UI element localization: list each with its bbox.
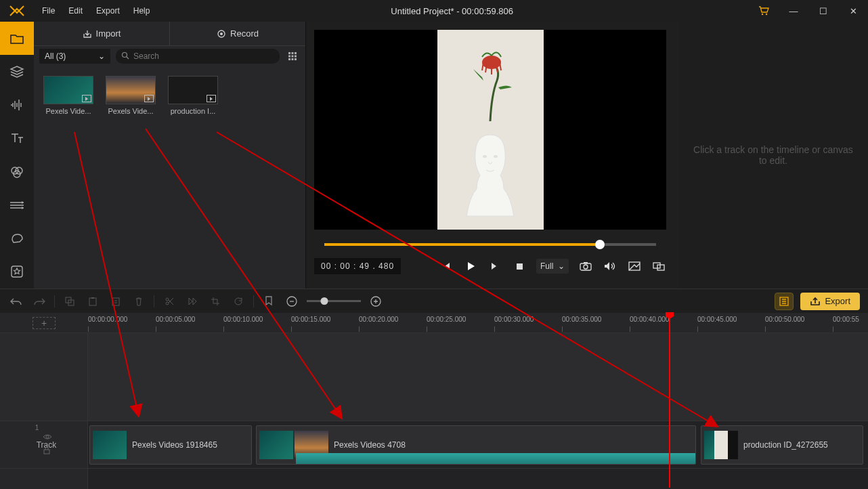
sidebar-layers-icon[interactable]	[0, 55, 34, 88]
fullscreen-icon[interactable]	[651, 259, 666, 274]
svg-rect-16	[292, 58, 294, 60]
sidebar-filters-icon[interactable]	[0, 155, 34, 188]
sidebar-transitions-icon[interactable]	[0, 188, 34, 221]
timeline-ruler[interactable]: 00:00:00.000 00:00:05.000 00:00:10.000 0…	[88, 313, 868, 333]
media-search[interactable]	[116, 49, 280, 64]
ruler-tick: 00:00:05.000	[156, 316, 195, 323]
marker-button[interactable]	[261, 293, 277, 310]
render-button[interactable]	[775, 293, 794, 310]
ruler-tick: 00:00:50.000	[765, 316, 804, 323]
minimize-button[interactable]: —	[779, 0, 808, 22]
aspect-icon[interactable]	[627, 259, 642, 274]
media-item-2[interactable]: Pexels Vide...	[106, 76, 156, 115]
clip-label: Pexels Videos 4708	[334, 440, 406, 450]
ruler-tick: 00:00:20.000	[359, 316, 398, 323]
svg-point-8	[123, 52, 127, 57]
svg-point-0	[762, 14, 763, 15]
svg-point-23	[584, 265, 588, 269]
sidebar-media-icon[interactable]	[0, 22, 34, 55]
export-icon	[810, 297, 821, 306]
prev-frame-button[interactable]	[439, 259, 454, 274]
record-tab[interactable]: Record	[170, 22, 305, 46]
preview-quality-select[interactable]: Full ⌄	[536, 259, 569, 274]
volume-icon[interactable]	[603, 259, 617, 274]
lock-icon[interactable]	[43, 446, 52, 456]
zoom-in-button[interactable]	[368, 293, 384, 310]
playhead[interactable]	[669, 313, 670, 488]
snapshot-icon[interactable]	[578, 259, 593, 274]
track-head[interactable]: 1 Track	[0, 421, 87, 469]
next-frame-button[interactable]	[487, 259, 502, 274]
chevron-down-icon: ⌄	[558, 261, 565, 271]
svg-point-34	[166, 302, 169, 305]
media-item-label: Pexels Vide...	[106, 107, 156, 115]
undo-button[interactable]	[8, 293, 24, 310]
media-search-input[interactable]	[133, 51, 274, 61]
media-filter-row: All (3) ⌄	[34, 46, 305, 66]
close-button[interactable]: ✕	[838, 0, 868, 22]
menu-help[interactable]: Help	[128, 3, 156, 18]
zoom-slider[interactable]	[307, 300, 361, 302]
import-tab[interactable]: Import	[34, 22, 170, 46]
video-badge-icon	[144, 95, 154, 102]
eye-icon[interactable]	[43, 433, 52, 442]
media-panel-tabs: Import Record	[34, 22, 305, 46]
ruler-tick: 00:00:10.000	[223, 316, 263, 323]
media-item-label: Pexels Vide...	[43, 107, 93, 115]
split-button[interactable]	[161, 293, 177, 310]
menu-file[interactable]: File	[37, 3, 60, 18]
media-filter-label: All (3)	[45, 51, 66, 61]
svg-rect-26	[653, 263, 660, 268]
ruler-tick: 00:00:35.000	[562, 316, 601, 323]
sidebar-elements-icon[interactable]	[0, 222, 34, 255]
preview-quality-label: Full	[540, 261, 553, 271]
rotate-button[interactable]	[230, 293, 246, 310]
media-item-3[interactable]: production I...	[168, 76, 218, 115]
stop-button[interactable]	[512, 259, 527, 274]
crop-button[interactable]	[207, 293, 223, 310]
speed-button[interactable]	[184, 293, 200, 310]
import-icon	[83, 29, 92, 39]
maximize-button[interactable]: ☐	[808, 0, 838, 22]
preview-canvas[interactable]	[314, 30, 666, 230]
timeline: + 00:00:00.000 00:00:05.000 00:00:10.000…	[0, 313, 868, 489]
media-item-1[interactable]: Pexels Vide...	[43, 76, 93, 115]
track-body-empty[interactable]	[88, 333, 868, 421]
preview-timecode: 00 : 00 : 49 . 480	[314, 258, 401, 274]
menu-bar: File Edit Export Help	[34, 3, 155, 18]
paste-attr-button[interactable]	[108, 293, 124, 310]
media-item-label: production I...	[168, 107, 218, 115]
svg-rect-13	[292, 56, 294, 58]
sidebar-favorites-icon[interactable]	[0, 255, 34, 289]
menu-edit[interactable]: Edit	[63, 3, 88, 18]
chevron-down-icon: ⌄	[98, 51, 105, 61]
zoom-out-button[interactable]	[284, 293, 300, 310]
import-tab-label: Import	[96, 28, 121, 39]
sidebar-audio-icon[interactable]	[0, 89, 34, 122]
seek-knob[interactable]	[595, 240, 605, 249]
clip-2[interactable]: Pexels Videos 4708	[256, 425, 696, 465]
media-thumb	[106, 76, 156, 104]
export-button[interactable]: Export	[800, 293, 860, 310]
zoom-knob[interactable]	[320, 297, 328, 305]
clip-1[interactable]: Pexels Videos 1918465	[89, 425, 252, 465]
sidebar-text-icon[interactable]	[0, 122, 34, 155]
track-body[interactable]: Pexels Videos 1918465 Pexels Videos 4708…	[88, 421, 868, 469]
svg-rect-12	[288, 56, 290, 58]
grid-view-icon[interactable]	[285, 49, 300, 64]
cart-icon[interactable]	[749, 6, 779, 16]
menu-export[interactable]: Export	[91, 3, 125, 18]
clip-thumb	[259, 431, 293, 459]
preview-seek-slider[interactable]	[324, 243, 656, 246]
copy-button[interactable]	[62, 293, 78, 310]
redo-button[interactable]	[31, 293, 47, 310]
play-button[interactable]	[463, 259, 478, 274]
svg-point-7	[220, 33, 223, 35]
clip-3[interactable]: production ID_4272655	[701, 425, 863, 465]
paste-button[interactable]	[85, 293, 101, 310]
delete-button[interactable]	[131, 293, 147, 310]
add-track-button[interactable]: +	[32, 317, 56, 329]
track-head-empty	[0, 333, 87, 421]
search-icon	[121, 51, 129, 62]
media-filter-select[interactable]: All (3) ⌄	[39, 49, 110, 64]
